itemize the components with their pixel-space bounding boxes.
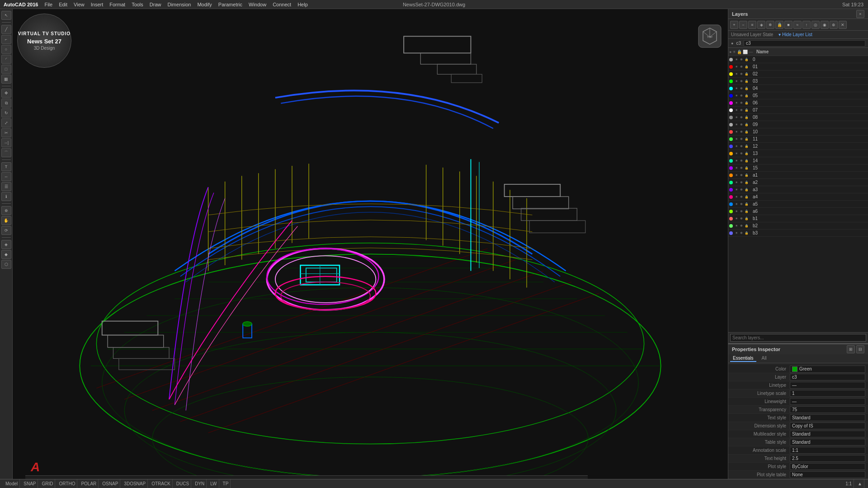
menu-insert[interactable]: Insert	[91, 2, 104, 7]
prop-value-text[interactable]: —	[790, 398, 865, 405]
status-model[interactable]: Model	[4, 479, 20, 488]
layer-delete2-button[interactable]: ✕	[839, 21, 847, 29]
menu-parametric[interactable]: Parametric	[218, 2, 242, 7]
layer-lock-icon[interactable]: 🔒	[744, 224, 749, 228]
layer-props-button[interactable]: ≡	[748, 21, 756, 29]
layer-visible-icon[interactable]: ☀	[734, 202, 739, 206]
layer-visible-icon[interactable]: ☀	[734, 86, 739, 91]
menu-modify[interactable]: Modify	[197, 2, 212, 7]
tool-orbit[interactable]: ⟳	[1, 226, 11, 235]
layer-visible-icon[interactable]: ☀	[734, 216, 739, 221]
layer-visible-icon[interactable]: ☀	[734, 94, 739, 98]
layer-lock-icon[interactable]: 🔒	[744, 180, 749, 185]
layer-freeze-icon[interactable]: ❄	[739, 130, 744, 134]
layer-lock-icon[interactable]: 🔒	[744, 166, 749, 170]
status-lw[interactable]: LW	[208, 479, 219, 488]
layer-lock-icon[interactable]: 🔒	[744, 86, 749, 91]
layer-visible-icon[interactable]: ☀	[734, 108, 739, 113]
prop-value-text[interactable]: c3	[790, 374, 865, 380]
tab-essentials[interactable]: Essentials	[730, 355, 756, 362]
layer-freeze-icon[interactable]: ❄	[739, 224, 744, 228]
layer-freeze-icon[interactable]: ❄	[739, 137, 744, 141]
layer-merge-button[interactable]: ⊕	[830, 21, 838, 29]
layer-visible-icon[interactable]: ☀	[734, 130, 739, 134]
layer-row[interactable]: ☀ ❄ 🔒 a4	[728, 193, 868, 201]
layer-lock-icon[interactable]: 🔒	[744, 115, 749, 120]
layer-state-button[interactable]: ◈	[757, 21, 765, 29]
tool-trim[interactable]: ✂	[1, 128, 11, 137]
layer-visible-icon[interactable]: ☀	[734, 180, 739, 185]
layer-color-button[interactable]: ■	[784, 21, 793, 29]
layer-lock-icon[interactable]: 🔒	[744, 202, 749, 206]
layer-visible-icon[interactable]: ☀	[734, 224, 739, 228]
prop-value-text[interactable]: Standard	[790, 414, 865, 421]
tool-3d[interactable]: ◈	[1, 240, 11, 249]
layer-lock-icon[interactable]: 🔒	[744, 137, 749, 141]
layer-row[interactable]: ☀ ❄ 🔒 02	[728, 70, 868, 78]
status-polar[interactable]: POLAR	[79, 479, 99, 488]
menu-view[interactable]: View	[74, 2, 85, 7]
layer-walkup-button[interactable]: ↑	[802, 21, 811, 29]
layer-visible-icon[interactable]: ☀	[734, 144, 739, 149]
tool-solid[interactable]: ◆	[1, 250, 11, 259]
status-osnap[interactable]: OSNAP	[100, 479, 120, 488]
layer-row[interactable]: ☀ ❄ 🔒 13	[728, 150, 868, 157]
layer-visible-icon[interactable]: ☀	[734, 79, 739, 84]
layer-visible-icon[interactable]: ☀	[734, 65, 739, 69]
layer-freeze-icon[interactable]: ❄	[739, 173, 744, 178]
layer-lock-icon[interactable]: 🔒	[744, 108, 749, 113]
layer-list[interactable]: ● ☀ 🔒 ⬜ — Name ☀ ❄ 🔒 0 ☀ ❄ 🔒 01 ☀	[728, 48, 868, 332]
tool-pan[interactable]: ✋	[1, 216, 11, 225]
layer-row[interactable]: ☀ ❄ 🔒 06	[728, 99, 868, 107]
layer-visible-icon[interactable]: ☀	[734, 166, 739, 170]
tool-layer[interactable]: ☰	[1, 182, 11, 191]
layer-row[interactable]: ☀ ❄ 🔒 10	[728, 128, 868, 136]
layer-row[interactable]: ☀ ❄ 🔒 b1	[728, 215, 868, 222]
tool-polyline[interactable]: ⌐	[1, 35, 11, 44]
layer-match-button[interactable]: ≈	[793, 21, 802, 29]
status-snap[interactable]: SNAP	[22, 479, 38, 488]
layer-lock-icon[interactable]: 🔒	[744, 195, 749, 199]
properties-icon-1[interactable]: ⊞	[847, 345, 855, 353]
layer-row[interactable]: ☀ ❄ 🔒 a6	[728, 208, 868, 215]
menu-connect[interactable]: Connect	[273, 2, 291, 7]
layer-lock-icon[interactable]: 🔒	[744, 79, 749, 84]
layer-unisolate-button[interactable]: ◉	[821, 21, 829, 29]
layer-lock-button[interactable]: 🔒	[775, 21, 783, 29]
layer-freeze-icon[interactable]: ❄	[739, 166, 744, 170]
layer-lock-icon[interactable]: 🔒	[744, 209, 749, 214]
prop-value-text[interactable]: 75	[790, 406, 865, 413]
current-layer-value[interactable]: c3	[746, 41, 751, 46]
layer-visible-icon[interactable]: ☀	[734, 151, 739, 156]
layer-freeze-icon[interactable]: ❄	[739, 122, 744, 127]
layer-visible-icon[interactable]: ☀	[734, 159, 739, 163]
layer-row[interactable]: ☀ ❄ 🔒 12	[728, 143, 868, 150]
layer-row[interactable]: ☀ ❄ 🔒 01	[728, 63, 868, 70]
prop-value-text[interactable]: 1:1	[790, 447, 865, 454]
tool-hatch[interactable]: ▦	[1, 75, 11, 84]
layer-freeze-icon[interactable]: ❄	[739, 151, 744, 156]
layer-row[interactable]: ☀ ❄ 🔒 07	[728, 107, 868, 114]
layer-visible-icon[interactable]: ☀	[734, 188, 739, 192]
layer-visible-icon[interactable]: ☀	[734, 122, 739, 127]
tool-scale[interactable]: ⤢	[1, 118, 11, 127]
layer-lock-icon[interactable]: 🔒	[744, 94, 749, 98]
status-tp[interactable]: TP	[221, 479, 231, 488]
layer-freeze-icon[interactable]: ❄	[739, 115, 744, 120]
layer-row[interactable]: ☀ ❄ 🔒 14	[728, 157, 868, 164]
status-ortho[interactable]: ORTHO	[57, 479, 77, 488]
layer-visible-icon[interactable]: ☀	[734, 231, 739, 235]
layer-visible-icon[interactable]: ☀	[734, 209, 739, 214]
properties-icon-2[interactable]: ⊟	[856, 345, 864, 353]
layer-visible-icon[interactable]: ☀	[734, 137, 739, 141]
layer-freeze-icon[interactable]: ❄	[739, 79, 744, 84]
layer-lock-icon[interactable]: 🔒	[744, 130, 749, 134]
tool-fillet[interactable]: ⌒	[1, 148, 11, 157]
layer-lock-icon[interactable]: 🔒	[744, 151, 749, 156]
tool-extend[interactable]: →|	[1, 138, 11, 147]
tool-rect[interactable]: □	[1, 65, 11, 74]
layer-freeze-icon[interactable]: ❄	[739, 209, 744, 214]
status-3dosnap[interactable]: 3DOSNAP	[122, 479, 148, 488]
layer-row[interactable]: ☀ ❄ 🔒 08	[728, 114, 868, 121]
layer-lock-icon[interactable]: 🔒	[744, 122, 749, 127]
